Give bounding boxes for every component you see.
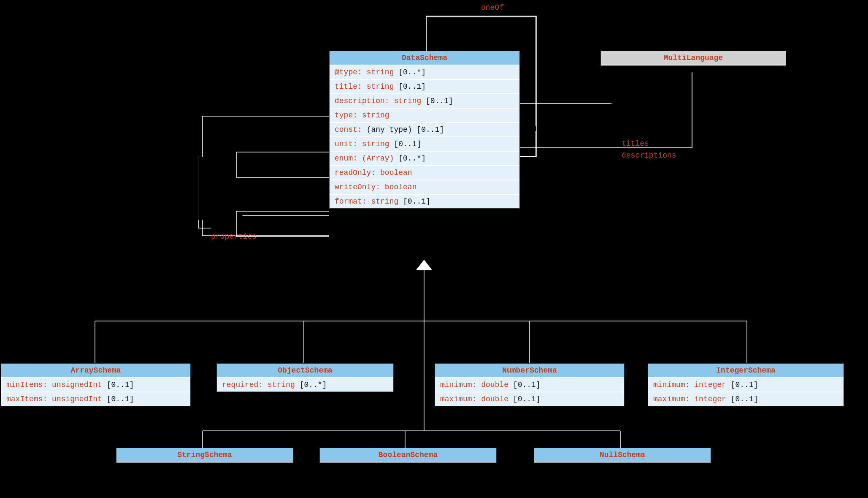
class-stringschema: StringSchema: [116, 448, 293, 463]
attr: required: string [0..*]: [217, 378, 393, 392]
attr: minItems: unsignedInt [0..1]: [1, 378, 190, 392]
attr: minimum: integer [0..1]: [648, 378, 844, 392]
attr: maximum: integer [0..1]: [648, 392, 844, 406]
attr: unit: string [0..1]: [330, 137, 519, 152]
attr: enum: (Array) [0..*]: [330, 152, 519, 166]
label-oneof: oneOf: [481, 3, 504, 12]
class-numberschema: NumberSchema minimum: double [0..1] maxi…: [435, 363, 625, 406]
attr: description: string [0..1]: [330, 94, 519, 109]
attr: writeOnly: boolean: [330, 180, 519, 195]
class-multilanguage: MultiLanguage: [600, 51, 786, 66]
class-objectschema: ObjectSchema required: string [0..*]: [216, 363, 394, 392]
class-title: IntegerSchema: [648, 364, 844, 378]
class-booleanschema: BooleanSchema: [319, 448, 497, 463]
attr: title: string [0..1]: [330, 80, 519, 94]
class-title: StringSchema: [116, 448, 293, 463]
label-items: items: [211, 160, 234, 168]
attr: const: (any type) [0..1]: [330, 123, 519, 137]
attr: minimum: double [0..1]: [435, 378, 624, 392]
class-integerschema: IntegerSchema minimum: integer [0..1] ma…: [648, 363, 844, 406]
class-title: MultiLanguage: [601, 51, 786, 65]
attr: @type: string [0..*]: [330, 65, 519, 80]
attr: format: string [0..1]: [330, 195, 519, 208]
class-title: BooleanSchema: [320, 448, 496, 463]
class-title: DataSchema: [330, 51, 519, 65]
label-properties: properties: [211, 232, 257, 241]
class-title: NullSchema: [534, 448, 711, 463]
class-arrayschema: ArraySchema minItems: unsignedInt [0..1]…: [1, 363, 191, 406]
attr: readOnly: boolean: [330, 166, 519, 180]
class-dataschema: DataSchema @type: string [0..*] title: s…: [329, 51, 520, 209]
label-descriptions: descriptions: [622, 151, 676, 160]
label-titles: titles: [622, 139, 649, 148]
class-title: ArraySchema: [1, 364, 190, 378]
attr: type: string: [330, 109, 519, 123]
class-title: ObjectSchema: [217, 364, 393, 378]
attr: maximum: double [0..1]: [435, 392, 624, 406]
class-title: NumberSchema: [435, 364, 624, 378]
class-nullschema: NullSchema: [534, 448, 711, 463]
attr: maxItems: unsignedInt [0..1]: [1, 392, 190, 406]
